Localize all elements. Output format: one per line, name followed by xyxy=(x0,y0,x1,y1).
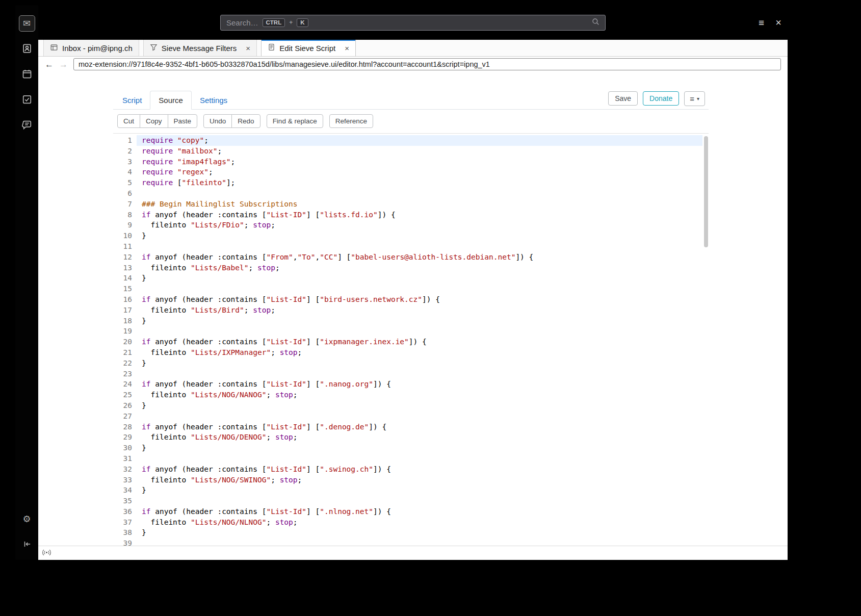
gear-icon: ⚙ xyxy=(22,515,31,524)
tab-source[interactable]: Source xyxy=(150,91,192,110)
code-line: } xyxy=(142,527,702,538)
space-calendar-button[interactable] xyxy=(19,66,35,83)
code-line: } xyxy=(142,358,702,369)
line-number: 7 xyxy=(113,199,132,210)
line-number: 21 xyxy=(113,347,132,358)
tab-label: Edit Sieve Script xyxy=(279,44,335,53)
code-line xyxy=(142,241,702,252)
line-number: 20 xyxy=(113,337,132,347)
cut-button[interactable]: Cut xyxy=(117,114,140,128)
space-mail-button[interactable]: ✉ xyxy=(19,15,35,32)
tab-close-icon[interactable]: × xyxy=(246,44,250,53)
code-line: fileinto "Lists/Babel"; stop; xyxy=(142,263,702,273)
line-number: 18 xyxy=(113,316,132,326)
code-line: fileinto "Lists/NOG/SWINOG"; stop; xyxy=(142,475,702,485)
code-line: } xyxy=(142,485,702,496)
collapse-spaces-button[interactable] xyxy=(19,536,35,553)
line-number: 37 xyxy=(113,517,132,528)
code-line: if anyof (header :contains ["List-Id"] [… xyxy=(142,464,702,475)
header-actions: Save Donate ≡ ▾ xyxy=(608,91,709,109)
code-line: } xyxy=(142,443,702,453)
line-number: 38 xyxy=(113,527,132,538)
find-replace-button[interactable]: Find & replace xyxy=(267,114,323,128)
filter-funnel-icon xyxy=(150,43,158,53)
code-line xyxy=(142,411,702,422)
line-number: 32 xyxy=(113,464,132,475)
code-line: if anyof (header :contains ["List-Id"] [… xyxy=(142,379,702,390)
line-number: 10 xyxy=(113,230,132,241)
scrollbar-thumb[interactable] xyxy=(704,136,708,247)
titlebar: Search… CTRL + K ≡ × xyxy=(38,5,788,40)
forward-button[interactable]: → xyxy=(59,60,68,69)
undo-button[interactable]: Undo xyxy=(203,114,232,128)
search-placeholder: Search… xyxy=(226,18,258,27)
code-line: } xyxy=(142,400,702,411)
line-number: 16 xyxy=(113,294,132,305)
space-tasks-button[interactable] xyxy=(19,92,35,108)
tab-script[interactable]: Script xyxy=(114,91,150,109)
line-number: 14 xyxy=(113,273,132,284)
line-number: 30 xyxy=(113,443,132,453)
code-line: require "regex"; xyxy=(142,167,702,177)
menu-dropdown-button[interactable]: ≡ ▾ xyxy=(684,91,705,106)
line-number: 3 xyxy=(113,157,132,167)
search-icon xyxy=(592,18,599,28)
editor-nav: Script Source Settings Save Donate ≡ ▾ xyxy=(113,91,709,110)
global-search-input[interactable]: Search… CTRL + K xyxy=(220,15,606,31)
space-addressbook-button[interactable] xyxy=(19,41,35,57)
editor-toolbar: Cut Copy Paste Undo Redo Find & replace … xyxy=(117,114,709,128)
line-number: 11 xyxy=(113,241,132,252)
addressbook-icon xyxy=(22,43,32,55)
reference-button[interactable]: Reference xyxy=(329,114,373,128)
line-number-gutter: 1234567891011121314151617181920212223242… xyxy=(113,134,137,546)
ctrl-keycap: CTRL xyxy=(263,18,285,27)
main-column: Search… CTRL + K ≡ × Inbox - pim@ipng.ch xyxy=(38,5,788,560)
code-editor[interactable]: 1234567891011121314151617181920212223242… xyxy=(113,133,709,546)
code-line xyxy=(142,453,702,464)
code-line: if anyof (header :contains ["From","To",… xyxy=(142,252,702,263)
line-number: 27 xyxy=(113,411,132,422)
window-close-button[interactable]: × xyxy=(775,17,781,28)
line-number: 19 xyxy=(113,326,132,337)
tab-inbox[interactable]: Inbox - pim@ipng.ch xyxy=(43,40,139,56)
line-number: 15 xyxy=(113,284,132,294)
line-number: 8 xyxy=(113,210,132,220)
redo-button[interactable]: Redo xyxy=(231,114,260,128)
calendar-icon xyxy=(22,69,32,81)
line-number: 6 xyxy=(113,188,132,199)
code-line: fileinto "Lists/NOG/NANOG"; stop; xyxy=(142,390,702,400)
line-number: 23 xyxy=(113,369,132,379)
url-input[interactable] xyxy=(73,58,781,70)
space-chat-button[interactable] xyxy=(19,117,35,134)
tab-settings[interactable]: Settings xyxy=(192,91,236,109)
code-line xyxy=(142,538,702,546)
editor-scrollbar[interactable] xyxy=(703,134,709,546)
code-lines[interactable]: require "copy";require "mailbox";require… xyxy=(137,134,709,546)
paste-button[interactable]: Paste xyxy=(168,114,198,128)
copy-button[interactable]: Copy xyxy=(140,114,168,128)
collapse-arrow-icon xyxy=(22,540,32,550)
donate-button[interactable]: Donate xyxy=(643,91,679,106)
code-line: fileinto "Lists/NOG/NLNOG"; stop; xyxy=(142,517,702,528)
document-icon xyxy=(268,43,275,53)
settings-button[interactable]: ⚙ xyxy=(19,511,35,527)
line-number: 31 xyxy=(113,453,132,464)
chat-icon xyxy=(22,120,32,132)
tab-edit-sieve-script[interactable]: Edit Sieve Script × xyxy=(261,40,356,56)
line-number: 1 xyxy=(113,135,132,146)
back-button[interactable]: ← xyxy=(45,60,54,69)
line-number: 29 xyxy=(113,432,132,443)
line-number: 13 xyxy=(113,263,132,273)
code-line: if anyof (header :contains ["List-Id"] [… xyxy=(142,422,702,432)
code-line: } xyxy=(142,316,702,326)
save-button[interactable]: Save xyxy=(608,91,638,106)
code-line: } xyxy=(142,230,702,241)
app-menu-button[interactable]: ≡ xyxy=(759,18,764,28)
line-number: 12 xyxy=(113,252,132,263)
tab-sieve-filters[interactable]: Sieve Message Filters × xyxy=(143,40,257,56)
tab-close-icon[interactable]: × xyxy=(345,44,349,53)
tasks-icon xyxy=(22,94,32,106)
line-number: 34 xyxy=(113,485,132,496)
code-line: fileinto "Lists/IXPManager"; stop; xyxy=(142,347,702,358)
line-number: 35 xyxy=(113,496,132,506)
